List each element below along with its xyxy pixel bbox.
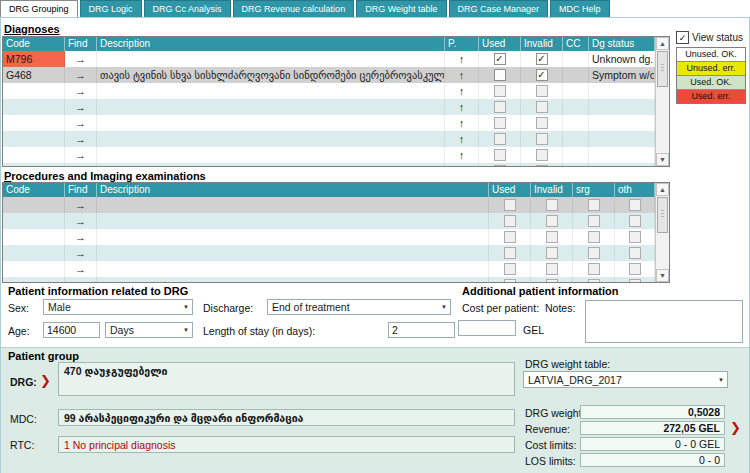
column-header-code[interactable]: Code <box>3 37 65 51</box>
column-header-description[interactable]: Description <box>97 37 445 51</box>
procedure-row[interactable]: → <box>3 213 655 229</box>
checkbox[interactable] <box>494 85 506 97</box>
column-header-oth[interactable]: oth <box>615 183 655 197</box>
discharge-select[interactable]: End of treatment ▼ <box>267 299 451 315</box>
checkbox[interactable] <box>629 231 641 243</box>
find-arrow-icon[interactable]: → <box>75 215 86 227</box>
tab-drg-case-manager[interactable]: DRG Case Manager <box>449 0 549 17</box>
checkbox[interactable] <box>546 263 558 275</box>
tab-drg-logic[interactable]: DRG Logic <box>80 0 142 17</box>
age-unit-select[interactable]: Days ▼ <box>105 322 193 338</box>
procedure-row[interactable]: → <box>3 261 655 277</box>
diagnosis-row[interactable]: →↑ <box>3 99 655 115</box>
checkbox[interactable]: ✓ <box>536 53 548 65</box>
checkbox[interactable] <box>494 165 506 166</box>
checkbox[interactable] <box>494 69 506 81</box>
find-arrow-icon[interactable]: → <box>75 53 86 65</box>
column-header-code[interactable]: Code <box>3 183 65 197</box>
checkbox[interactable] <box>629 279 641 282</box>
diagnosis-row[interactable]: →↑ <box>3 147 655 163</box>
diagnosis-row[interactable]: M796→↑✓✓Unknown dg. <box>3 51 655 67</box>
diagnosis-row[interactable]: →↑ <box>3 163 655 166</box>
sex-select[interactable]: Male ▼ <box>43 299 193 315</box>
checkbox[interactable] <box>588 215 600 227</box>
checkbox[interactable] <box>546 279 558 282</box>
checkbox[interactable]: ✓ <box>494 53 506 65</box>
scroll-down-icon[interactable]: ▼ <box>656 153 669 166</box>
notes-textarea[interactable] <box>585 300 743 343</box>
find-arrow-icon[interactable]: → <box>75 101 86 113</box>
revenue-expand-icon[interactable]: ❯ <box>730 421 741 434</box>
procedures-scrollbar[interactable]: ▲ ▼ <box>655 183 669 282</box>
diagnosis-row[interactable]: →↑ <box>3 83 655 99</box>
column-header-find[interactable]: Find <box>65 37 97 51</box>
checkbox[interactable] <box>588 199 600 211</box>
column-header-dg-status[interactable]: Dg status <box>589 37 655 51</box>
checkbox[interactable] <box>588 263 600 275</box>
view-status-checkbox[interactable]: ✓ <box>676 31 689 44</box>
column-header-used[interactable]: Used <box>489 183 531 197</box>
checkbox[interactable] <box>504 215 516 227</box>
column-header-used[interactable]: Used <box>479 37 521 51</box>
drg-weight-table-select[interactable]: LATVIA_DRG_2017 ▼ <box>523 371 728 388</box>
find-arrow-icon[interactable]: → <box>75 279 86 282</box>
checkbox[interactable] <box>536 101 548 113</box>
find-arrow-icon[interactable]: → <box>75 199 86 211</box>
diagnosis-row[interactable]: G468→თავის ტვინის სხვა სისხლძარღვოვანი ს… <box>3 67 655 83</box>
find-arrow-icon[interactable]: → <box>75 231 86 243</box>
age-input[interactable] <box>43 322 100 338</box>
diagnoses-scrollbar[interactable]: ▲ ▼ <box>655 37 669 166</box>
checkbox[interactable] <box>494 101 506 113</box>
checkbox[interactable] <box>588 279 600 282</box>
tab-drg-revenue-calculation[interactable]: DRG Revenue calculation <box>233 0 355 17</box>
find-arrow-icon[interactable]: → <box>75 263 86 275</box>
checkbox[interactable] <box>629 199 641 211</box>
scrollbar-thumb[interactable] <box>657 197 668 233</box>
scroll-up-icon[interactable]: ▲ <box>656 183 669 196</box>
checkbox[interactable] <box>504 247 516 259</box>
checkbox[interactable] <box>536 117 548 129</box>
checkbox[interactable] <box>494 149 506 161</box>
checkbox[interactable] <box>504 279 516 282</box>
checkbox[interactable] <box>588 231 600 243</box>
checkbox[interactable] <box>629 215 641 227</box>
checkbox[interactable] <box>494 117 506 129</box>
checkbox[interactable] <box>546 231 558 243</box>
find-arrow-icon[interactable]: → <box>75 149 86 161</box>
checkbox[interactable] <box>546 215 558 227</box>
tab-drg-cc-analysis[interactable]: DRG Cc Analysis <box>144 0 231 17</box>
diagnosis-row[interactable]: →↑ <box>3 115 655 131</box>
column-header-invalid[interactable]: Invalid <box>531 183 573 197</box>
column-header-srg[interactable]: srg <box>573 183 615 197</box>
tab-drg-weight-table[interactable]: DRG Weight table <box>356 0 446 17</box>
column-header-find[interactable]: Find <box>65 183 97 197</box>
checkbox[interactable] <box>536 133 548 145</box>
procedure-row[interactable]: → <box>3 277 655 282</box>
find-arrow-icon[interactable]: → <box>75 85 86 97</box>
find-arrow-icon[interactable]: → <box>75 133 86 145</box>
checkbox[interactable] <box>504 231 516 243</box>
checkbox[interactable] <box>536 149 548 161</box>
checkbox[interactable] <box>546 199 558 211</box>
procedure-row[interactable]: → <box>3 229 655 245</box>
column-header-invalid[interactable]: Invalid <box>521 37 563 51</box>
tab-drg-grouping[interactable]: DRG Grouping <box>0 0 78 18</box>
checkbox[interactable] <box>494 133 506 145</box>
scrollbar-thumb[interactable] <box>657 51 668 87</box>
column-header-p-[interactable]: P. <box>445 37 479 51</box>
column-header-description[interactable]: Description <box>97 183 489 197</box>
checkbox[interactable] <box>546 247 558 259</box>
checkbox[interactable] <box>536 85 548 97</box>
procedure-row[interactable]: → <box>3 245 655 261</box>
checkbox[interactable]: ✓ <box>536 69 548 81</box>
find-arrow-icon[interactable]: → <box>75 69 86 81</box>
find-arrow-icon[interactable]: → <box>75 117 86 129</box>
scroll-down-icon[interactable]: ▼ <box>656 269 669 282</box>
column-header-cc[interactable]: CC <box>563 37 589 51</box>
checkbox[interactable] <box>504 263 516 275</box>
checkbox[interactable] <box>504 199 516 211</box>
tab-mdc-help[interactable]: MDC Help <box>550 0 610 17</box>
procedure-row[interactable]: → <box>3 197 655 213</box>
checkbox[interactable] <box>629 247 641 259</box>
checkbox[interactable] <box>629 263 641 275</box>
